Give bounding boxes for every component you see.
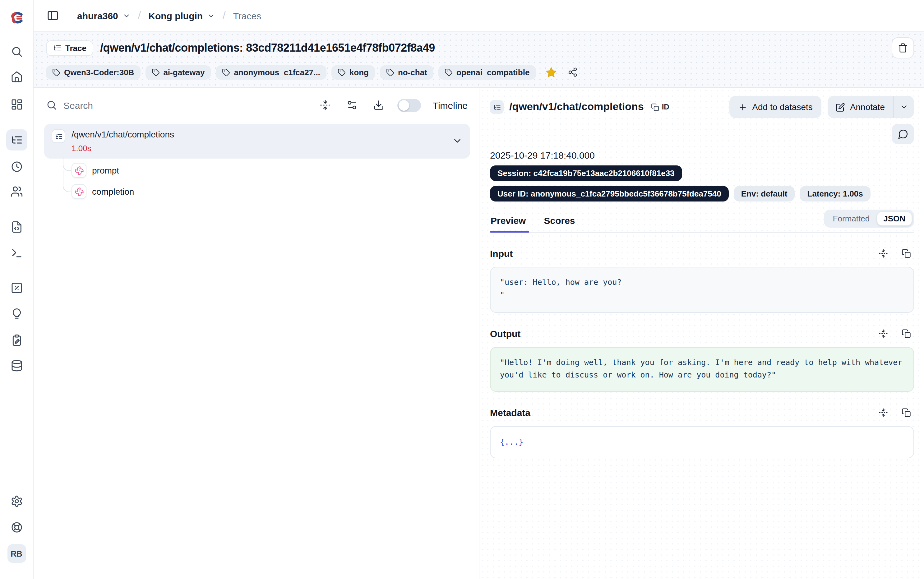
fold-vertical-icon bbox=[878, 249, 888, 258]
download-button[interactable] bbox=[371, 97, 387, 113]
collapse-output-button[interactable] bbox=[875, 325, 891, 342]
metadata-content[interactable]: {...} bbox=[490, 426, 914, 458]
sidebar-toggle-button[interactable] bbox=[44, 6, 62, 25]
comments-button[interactable] bbox=[892, 124, 914, 144]
tree-toolbar: Timeline bbox=[317, 97, 468, 113]
detail-title: /qwen/v1/chat/completions bbox=[509, 101, 644, 113]
tag-pill[interactable]: anonymous_c1fca27... bbox=[216, 65, 326, 79]
plus-icon bbox=[738, 102, 747, 112]
file-code-icon bbox=[10, 221, 23, 233]
comment-bubble-icon bbox=[898, 129, 908, 139]
chevron-down-icon[interactable] bbox=[452, 136, 463, 146]
copy-output-button[interactable] bbox=[898, 325, 914, 342]
tag-pill[interactable]: no-chat bbox=[380, 65, 433, 79]
collapse-input-button[interactable] bbox=[875, 245, 891, 261]
user-id-badge[interactable]: User ID: anonymous_c1fca2795bbedc5f36678… bbox=[490, 186, 729, 201]
output-section-header: Output bbox=[490, 325, 914, 342]
tag-pill[interactable]: kong bbox=[331, 65, 375, 79]
collapse-metadata-button[interactable] bbox=[875, 404, 891, 420]
add-to-datasets-label: Add to datasets bbox=[752, 102, 813, 112]
observation-badge bbox=[72, 184, 87, 199]
sidebar-item-scores[interactable] bbox=[6, 277, 27, 299]
annotate-dropdown-button[interactable] bbox=[893, 96, 914, 118]
copy-metadata-button[interactable] bbox=[898, 404, 914, 420]
fan-icon bbox=[74, 187, 83, 196]
chevron-down-icon bbox=[207, 11, 215, 20]
sidebar-item-prompts[interactable] bbox=[6, 216, 27, 237]
sidebar-item-evaluation[interactable] bbox=[6, 304, 27, 325]
annotate-label: Annotate bbox=[850, 102, 885, 112]
collapse-all-button[interactable] bbox=[317, 97, 333, 113]
copy-id-button[interactable]: ID bbox=[651, 103, 669, 111]
search-input[interactable]: Search bbox=[64, 100, 311, 110]
output-content[interactable]: "Hello! I'm doing well, thank you for as… bbox=[490, 347, 914, 392]
fold-vertical-icon bbox=[320, 100, 331, 111]
tab-scores[interactable]: Scores bbox=[543, 211, 575, 232]
sidebar-item-settings[interactable] bbox=[6, 491, 27, 512]
app: RB ahura360 / Kong plugin / Traces bbox=[0, 0, 924, 579]
add-to-datasets-button[interactable]: Add to datasets bbox=[729, 96, 821, 118]
sidebar-item-support[interactable] bbox=[6, 517, 27, 538]
trace-tree-panel: Search Timeline bbox=[34, 88, 479, 579]
list-tree-icon bbox=[53, 44, 62, 52]
breadcrumb-org-selector[interactable]: ahura360 bbox=[77, 10, 131, 21]
tag-icon bbox=[52, 68, 60, 76]
breadcrumb-page-label[interactable]: Traces bbox=[233, 10, 261, 21]
input-heading: Input bbox=[490, 248, 513, 258]
clipboard-pen-icon bbox=[10, 334, 23, 347]
sidebar-item-home[interactable] bbox=[6, 66, 27, 87]
sidebar-item-playground[interactable] bbox=[6, 242, 27, 264]
sidebar-item-annotation[interactable] bbox=[6, 330, 27, 351]
output-heading: Output bbox=[490, 328, 521, 339]
copy-icon bbox=[901, 408, 911, 417]
detail-actions: Add to datasets Annotate bbox=[729, 96, 914, 118]
format-option-formatted[interactable]: Formatted bbox=[826, 211, 877, 226]
observation-badge bbox=[72, 163, 87, 178]
clock-icon bbox=[10, 160, 23, 173]
tag-label: anonymous_c1fca27... bbox=[234, 67, 320, 77]
meta-badge-row: User ID: anonymous_c1fca2795bbedc5f36678… bbox=[490, 186, 914, 201]
fan-icon bbox=[74, 166, 83, 175]
fold-vertical-icon bbox=[878, 329, 888, 338]
life-buoy-icon bbox=[10, 521, 23, 533]
tree-child-completion[interactable]: completion bbox=[63, 181, 470, 202]
toggle-knob bbox=[398, 100, 409, 110]
sidebar-item-dashboard[interactable] bbox=[6, 94, 27, 115]
delete-trace-button[interactable] bbox=[892, 37, 914, 59]
tree-child-prompt[interactable]: prompt bbox=[63, 160, 470, 181]
bookmark-star-button[interactable] bbox=[543, 64, 559, 80]
sidebar-item-sessions[interactable] bbox=[6, 156, 27, 177]
star-icon bbox=[545, 66, 557, 78]
timeline-toggle[interactable] bbox=[397, 98, 421, 112]
copy-input-button[interactable] bbox=[898, 245, 914, 261]
trace-node-badge bbox=[52, 129, 65, 143]
input-content[interactable]: "user: Hello, how are you? " bbox=[490, 267, 914, 313]
sidebar-item-search[interactable] bbox=[6, 41, 27, 62]
user-avatar[interactable]: RB bbox=[7, 544, 26, 563]
tag-icon bbox=[222, 68, 230, 76]
tree-root-row[interactable]: /qwen/v1/chat/completions 1.00s bbox=[44, 124, 470, 159]
annotate-button[interactable]: Annotate bbox=[828, 96, 893, 118]
sidebar-item-tracing[interactable] bbox=[6, 129, 27, 150]
sidebar: RB bbox=[0, 0, 34, 579]
tree-root-duration: 1.00s bbox=[72, 144, 174, 153]
breadcrumb-project-selector[interactable]: Kong plugin bbox=[148, 10, 215, 21]
tag-list: Qwen3-Coder:30B ai-gateway anonymous_c1f… bbox=[46, 64, 914, 80]
input-section-header: Input bbox=[490, 245, 914, 261]
main: Search Timeline bbox=[34, 88, 924, 579]
sidebar-item-users[interactable] bbox=[6, 181, 27, 202]
format-option-json[interactable]: JSON bbox=[877, 211, 912, 226]
users-icon bbox=[10, 185, 23, 198]
share-button[interactable] bbox=[564, 64, 580, 80]
tag-pill[interactable]: Qwen3-Coder:30B bbox=[46, 65, 140, 79]
tabs-row: Preview Scores Formatted JSON bbox=[490, 209, 914, 232]
view-options-button[interactable] bbox=[344, 97, 360, 113]
tag-pill[interactable]: ai-gateway bbox=[145, 65, 211, 79]
copy-icon bbox=[901, 329, 911, 338]
list-tree-icon bbox=[54, 132, 62, 140]
sidebar-item-datasets[interactable] bbox=[6, 355, 27, 376]
session-badge[interactable]: Session: c42fca19b75e13aac2b2106610f81e3… bbox=[490, 165, 682, 181]
tag-pill[interactable]: openai_compatible bbox=[438, 65, 536, 79]
breadcrumb-separator: / bbox=[138, 9, 141, 22]
tab-preview[interactable]: Preview bbox=[490, 211, 526, 232]
